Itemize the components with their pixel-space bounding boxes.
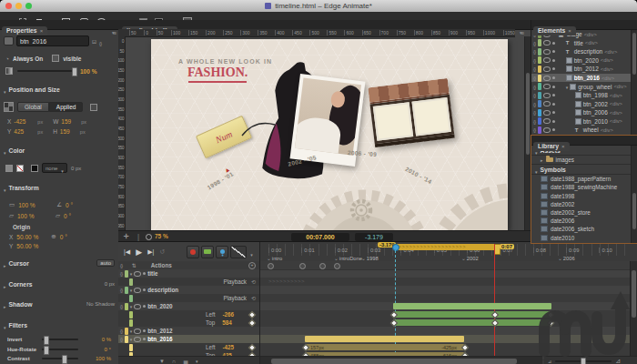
playback-icon[interactable]: ⟲ (251, 278, 256, 285)
timeline-track-actions[interactable] (259, 261, 637, 270)
stage-headline-text[interactable]: FASHION. (187, 66, 248, 80)
options-dropdown-icon[interactable] (196, 359, 198, 364)
lock-dot-icon[interactable] (552, 42, 555, 45)
eye-icon[interactable] (543, 101, 551, 106)
visibility-mode[interactable]: visible (63, 56, 81, 62)
actions-icon[interactable] (533, 66, 536, 72)
display-mode[interactable]: Always On (13, 56, 43, 62)
y-value[interactable]: 425 (14, 128, 34, 135)
actions-icon[interactable] (533, 92, 536, 98)
tab-library[interactable]: Library (533, 142, 570, 151)
add-action-icon[interactable]: + (248, 262, 256, 269)
actions-icon[interactable] (533, 48, 536, 55)
section-collapse-icon[interactable] (4, 142, 6, 158)
eye-icon[interactable] (543, 66, 551, 72)
lock-dot-icon[interactable] (552, 50, 555, 53)
eye-icon[interactable] (134, 304, 141, 309)
lock-dot-icon[interactable] (552, 76, 555, 79)
scale-y-value[interactable]: 100 % (17, 213, 45, 219)
lock-dot-icon[interactable] (552, 120, 555, 123)
library-symbol-item[interactable]: date1988_sewingMachine (531, 183, 637, 191)
lock-dot-icon[interactable] (552, 94, 555, 96)
border-width[interactable]: 0 px (71, 166, 81, 171)
lock-dot-icon[interactable] (143, 329, 146, 332)
global-coords-button[interactable]: Global (17, 102, 49, 112)
actions-icon[interactable] (120, 328, 123, 334)
keyframe-diamond-icon[interactable] (248, 318, 256, 326)
animation-bar-btn_2016[interactable] (305, 336, 464, 342)
element-item-title[interactable]: Ttitle<div> (531, 39, 637, 48)
actions-icon[interactable] (533, 75, 536, 81)
h-value[interactable]: 159 (60, 128, 76, 135)
actions-icon[interactable] (99, 33, 102, 49)
element-item-btn_1998[interactable]: btn_1998<div> (531, 91, 637, 100)
action-trigger[interactable] (334, 263, 340, 269)
action-trigger[interactable] (319, 263, 326, 269)
crosshair-icon[interactable]: ✛ (124, 233, 129, 240)
element-item-btn_2020[interactable]: btn_2020<div> (531, 56, 637, 66)
x-value[interactable]: -425 (14, 118, 34, 125)
tab-elements[interactable]: Elements (533, 26, 576, 35)
action-trigger[interactable] (268, 263, 274, 269)
section-collapse-icon[interactable] (4, 296, 6, 312)
keyframe-diamond-icon[interactable] (248, 343, 256, 350)
timeline-marker[interactable]: 2002 (461, 256, 479, 261)
opacity-value[interactable]: 100 % (80, 68, 96, 75)
filter-funnel-icon[interactable]: ▼ (159, 359, 165, 364)
close-icon[interactable] (561, 143, 565, 149)
timeline-marker[interactable]: 1998 (361, 256, 379, 261)
actions-icon[interactable] (120, 336, 123, 342)
collapse-icon[interactable] (130, 303, 133, 309)
elements-scrollbar[interactable] (631, 30, 637, 135)
applied-coords-button[interactable]: Applied (49, 102, 84, 112)
pin-band[interactable]: >>>>>>>>>>>>>>>>>>>> (395, 244, 499, 250)
storefront-image[interactable] (368, 78, 454, 147)
animation-bar-btn_2020[interactable] (393, 303, 551, 309)
library-symbol-item[interactable]: date1988_paperPattern (531, 175, 637, 183)
titlebar[interactable]: timeline.html – Edge Animate* (0, 0, 637, 13)
stroke-none-swatch[interactable] (16, 165, 24, 172)
lock-dot-icon[interactable] (143, 272, 146, 275)
animation-bar-btn_2016-left[interactable]: 157px -425px (305, 344, 464, 350)
filter-slider[interactable] (42, 358, 78, 359)
timeline-marker[interactable]: introDone (334, 256, 362, 261)
close-icon[interactable] (40, 27, 44, 34)
sort-icon[interactable]: ⇅ (132, 262, 136, 268)
filter-value[interactable]: 0 ° (105, 347, 111, 352)
element-item-wheel[interactable]: Twheel<div> (531, 126, 637, 135)
opacity-slider[interactable] (17, 70, 76, 72)
grid-toggle-icon[interactable]: ▦ (183, 359, 188, 364)
actions-icon[interactable] (533, 126, 536, 133)
fill-swatch[interactable] (5, 165, 13, 172)
property-value[interactable]: -266 (223, 311, 235, 318)
collapse-icon[interactable] (130, 336, 133, 342)
eye-icon[interactable] (543, 49, 551, 55)
element-type-swatch[interactable] (4, 36, 14, 46)
filter-slider[interactable] (42, 339, 78, 340)
section-collapse-icon[interactable] (4, 179, 6, 196)
toggle-pin-button[interactable] (216, 246, 228, 258)
eye-icon[interactable] (134, 288, 141, 293)
section-collapse-icon[interactable] (4, 81, 6, 97)
current-time-display[interactable]: 00:07.000 (291, 233, 349, 241)
collapse-icon[interactable] (130, 287, 133, 293)
section-collapse-icon[interactable] (535, 161, 538, 177)
origin-y-value[interactable]: 50.00 % (16, 243, 38, 249)
zoom-in-mountain-icon[interactable]: ⊿ (615, 358, 621, 364)
lock-dot-icon[interactable] (143, 288, 146, 291)
eye-icon[interactable] (543, 84, 551, 89)
actions-icon[interactable] (120, 270, 123, 277)
element-item-btn_2010[interactable]: btn_2010<div> (531, 116, 637, 126)
property-value[interactable]: 584 (222, 319, 232, 326)
design-canvas[interactable]: A WHOLE NEW LOOK IN FASHION. Num (151, 39, 508, 230)
element-item-btn_2006[interactable]: btn_2006<div> (531, 108, 637, 117)
tab-properties[interactable]: Properties (2, 26, 47, 35)
actions-icon[interactable] (533, 84, 536, 90)
rotate-value[interactable]: 0 ° (66, 202, 73, 208)
animation-bar-btn_2020-top[interactable] (393, 319, 551, 326)
overflow-icon[interactable]: ⊡ (92, 38, 96, 45)
panel-menu-icon[interactable] (520, 22, 523, 38)
eye-icon[interactable] (543, 76, 551, 81)
w-value[interactable]: 159 (61, 118, 77, 125)
filter-value[interactable]: 100 % (96, 356, 111, 361)
